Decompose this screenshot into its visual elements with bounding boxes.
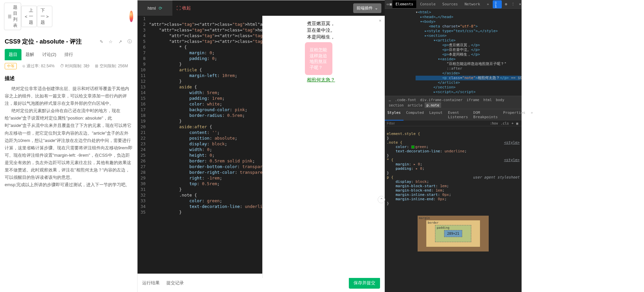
submit-history-tab[interactable]: 提交记录 — [166, 280, 184, 286]
kebab-icon[interactable]: ⋮ — [510, 1, 516, 8]
devtools-tab-network[interactable]: Network — [462, 0, 483, 8]
note-text: 相煎何太急？ — [307, 77, 381, 83]
new-style-icon[interactable]: + — [510, 122, 515, 125]
tab-problem[interactable]: 题目 — [5, 49, 21, 60]
filter-input[interactable] — [387, 121, 489, 125]
event-listeners-tab[interactable]: Event Listeners — [445, 109, 471, 121]
more-styles-tabs[interactable]: » — [528, 109, 536, 121]
collapse-button[interactable]: ⛶ 收起 — [172, 5, 195, 11]
run-result-tab[interactable]: 运行结果 — [142, 280, 160, 286]
star-icon[interactable]: ☆ — [108, 39, 114, 45]
expand-icon: ⛶ — [176, 6, 181, 11]
devtools-close-icon[interactable]: × — [517, 1, 523, 8]
devtools-tab-elements[interactable]: Elements — [392, 0, 416, 8]
dom-breakpoints-tab[interactable]: DOM Breakpoints — [471, 109, 500, 121]
chevron-down-icon: ⌄ — [375, 6, 378, 10]
description: 绝对定位非常适合创建弹出层、提示和对话框等覆盖于其他内容之上的组件。比如有一篇文… — [0, 83, 137, 193]
devtools-tab-console[interactable]: Console — [417, 0, 438, 8]
hov-toggle[interactable]: :hov — [489, 122, 499, 125]
tab-discuss[interactable]: 讨论(2) — [38, 49, 60, 60]
box-model: margin border padding 289×21 — [385, 211, 522, 256]
collapse-arrow-icon[interactable]: ⌃ — [378, 196, 385, 203]
avatar[interactable] — [129, 11, 133, 22]
aside-bubble: 豆秸怎能这样急迫地煎熬豆子呢？ — [305, 42, 332, 75]
computed-panel-icon[interactable]: ▦ — [515, 122, 520, 125]
inspect-icon[interactable]: ▭ — [387, 1, 389, 8]
prev-button[interactable]: < 上一题 — [21, 6, 37, 27]
problem-list-button[interactable]: ☰ 题目列表 — [4, 3, 21, 30]
time-limit: ⏱ 时间限制: 3秒 — [60, 63, 90, 69]
save-submit-button[interactable]: 保存并提交 — [349, 277, 380, 289]
page-title: CSS9 定位 - absolute - 评注 — [5, 38, 82, 46]
pass-rate: ⊙ 通过率: 82.54% — [22, 63, 55, 69]
menu-icon: ☰ — [8, 14, 12, 19]
styles-tab[interactable]: Styles — [385, 109, 404, 121]
space-limit: ⊞ 空间限制: 256M — [95, 63, 128, 69]
gear-icon[interactable]: ⚙ — [503, 1, 509, 8]
close-icon[interactable]: × — [379, 18, 381, 23]
dom-tree[interactable]: ▾<html> ▸<head>…</head> ▾<body> <meta ch… — [385, 9, 522, 96]
preview-output: 煮豆燃豆萁， 豆在釜中泣。 本是同根生， 豆秸怎能这样急迫地煎熬豆子呢？ 相煎何… — [307, 21, 381, 83]
styles-panel[interactable]: element.style { } <style>.note { color: … — [385, 126, 522, 211]
info-icon[interactable]: ⓘ — [126, 39, 132, 45]
reload-icon[interactable]: ⟳ — [159, 6, 162, 11]
editor-lang-tab[interactable]: html ⟳ — [138, 0, 172, 16]
tab-rank[interactable]: 排行 — [60, 49, 77, 60]
layout-tab[interactable]: Layout — [427, 109, 445, 121]
section-heading: 描述 — [0, 72, 137, 83]
issues-badge[interactable]: ▯ 1 — [493, 0, 502, 8]
cls-toggle[interactable]: .cls — [499, 122, 510, 125]
edit-icon[interactable]: ✎ — [98, 39, 104, 45]
breadcrumb[interactable]: … .code-font div.iframe-container iframe… — [385, 96, 522, 109]
device-icon[interactable]: ▣ — [390, 1, 392, 8]
devtools-tab-sources[interactable]: Sources — [439, 0, 461, 8]
computed-tab[interactable]: Computed — [404, 109, 427, 121]
difficulty-badge: 中等 — [5, 63, 17, 69]
plugin-button[interactable]: 前端插件 ⌄ — [353, 3, 381, 13]
next-button[interactable]: 下一题 > — [37, 6, 53, 27]
properties-tab[interactable]: Properties — [500, 109, 528, 121]
devtools-more-tabs[interactable]: » — [484, 0, 492, 8]
share-icon[interactable]: ↗ — [117, 39, 123, 45]
tab-solution[interactable]: 题解 — [21, 49, 38, 60]
